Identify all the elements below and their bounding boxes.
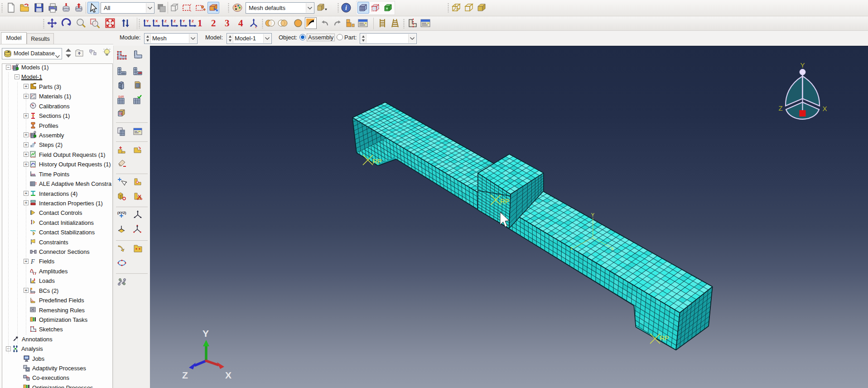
svg-text:X: X: [611, 247, 614, 251]
svg-text:Y: Y: [800, 61, 805, 69]
svg-text:Y: Y: [203, 328, 209, 339]
svg-text:RP: RP: [372, 157, 382, 165]
svg-text:RP: RP: [660, 334, 669, 342]
svg-text:Z: Z: [164, 19, 167, 23]
svg-text:Y: Y: [146, 19, 149, 23]
svg-text:Y: Y: [183, 19, 185, 23]
svg-text:X: X: [155, 19, 158, 23]
svg-text:X: X: [823, 105, 827, 112]
svg-text:x: x: [255, 25, 257, 29]
svg-text:Z: Z: [182, 370, 188, 380]
svg-text:Z: Z: [570, 246, 573, 251]
svg-text:Z: Z: [779, 104, 783, 112]
svg-text:RP: RP: [500, 197, 510, 205]
svg-text:ε: ε: [34, 96, 35, 99]
svg-text:F: F: [30, 258, 35, 265]
svg-text:Y: Y: [591, 212, 595, 218]
svg-text:i: i: [345, 5, 347, 11]
svg-text:Z: Z: [192, 19, 194, 23]
svg-text:S4R: S4R: [118, 95, 124, 98]
svg-text:X: X: [225, 370, 231, 380]
svg-text:(XYZ): (XYZ): [117, 211, 126, 215]
svg-text:Z: Z: [174, 19, 176, 23]
